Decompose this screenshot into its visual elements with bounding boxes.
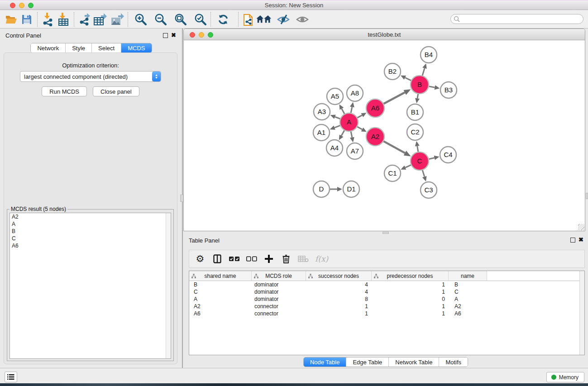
tab-motifs[interactable]: Motifs: [439, 357, 468, 367]
graph-edge-C-C2[interactable]: [417, 146, 418, 152]
cell-mcds_role[interactable]: dominator: [252, 295, 306, 303]
cell-predecessor[interactable]: 1: [372, 281, 449, 288]
close-panel-button[interactable]: Close panel: [93, 86, 139, 96]
graph-edge-A-A5[interactable]: [342, 109, 344, 114]
column-header-predecessor-nodes[interactable]: predecessor nodes: [372, 271, 449, 281]
cell-shared_name[interactable]: A6: [189, 310, 252, 317]
network-maximize-button[interactable]: [208, 32, 213, 38]
cell-successor[interactable]: 4: [306, 281, 372, 288]
table-row-A[interactable]: Adominator80A: [189, 295, 584, 303]
zoom-fit-icon[interactable]: [172, 12, 188, 27]
table-close-panel-icon[interactable]: ✖: [578, 236, 583, 243]
network-close-button[interactable]: [190, 32, 195, 38]
table-float-panel-icon[interactable]: [570, 238, 575, 243]
cell-mcds_role[interactable]: dominator: [252, 288, 306, 295]
column-header-shared-name[interactable]: shared name: [189, 271, 252, 281]
table-row-B[interactable]: Bdominator41B: [189, 281, 584, 288]
cell-name[interactable]: A2: [449, 303, 487, 310]
cell-predecessor[interactable]: 1: [372, 303, 449, 310]
tab-network-table[interactable]: Network Table: [389, 357, 439, 367]
open-file-icon[interactable]: [4, 12, 19, 27]
tab-network[interactable]: Network: [31, 43, 66, 52]
cell-predecessor[interactable]: 1: [372, 310, 449, 317]
graph-edge-A-A2[interactable]: [357, 127, 362, 129]
zoom-selected-icon[interactable]: [192, 12, 208, 27]
column-header-mcds-role[interactable]: MCDS role: [252, 271, 306, 281]
vertical-splitter[interactable]: [182, 29, 183, 368]
table-settings-icon[interactable]: ⚙: [195, 253, 206, 265]
hide-selected-icon[interactable]: [276, 12, 291, 27]
tab-edge-table[interactable]: Edge Table: [346, 357, 389, 367]
resize-grip-icon[interactable]: [578, 224, 584, 230]
export-network-icon[interactable]: [77, 12, 92, 27]
cell-mcds_role[interactable]: connector: [252, 303, 306, 310]
graph-edge-A-A8[interactable]: [351, 107, 352, 113]
float-panel-icon[interactable]: [163, 33, 168, 38]
mcds-result-item[interactable]: A: [10, 220, 171, 228]
cell-predecessor[interactable]: 1: [372, 288, 449, 295]
tab-mcds[interactable]: MCDS: [121, 43, 151, 52]
graph-edge-A-A7[interactable]: [351, 132, 352, 138]
table-row-A6[interactable]: A6connector11A6: [189, 310, 584, 317]
first-neighbors-icon[interactable]: [257, 12, 272, 27]
tab-node-table[interactable]: Node Table: [304, 357, 347, 367]
cell-successor[interactable]: 1: [306, 303, 372, 310]
cell-shared_name[interactable]: A: [189, 295, 252, 303]
unselect-all-icon[interactable]: [246, 253, 257, 265]
show-all-icon[interactable]: [295, 12, 310, 27]
graph-edge-A2-C[interactable]: [383, 141, 405, 153]
network-canvas[interactable]: B4B2BB3A5A8A6A3AB1A1A2C2A4A7C4CC1C3DD1: [184, 40, 585, 231]
mcds-result-item[interactable]: B: [10, 228, 171, 235]
zoom-in-icon[interactable]: [133, 12, 148, 27]
criterion-dropdown[interactable]: largest connected component (directed) ▲…: [20, 71, 161, 82]
cell-shared_name[interactable]: B: [189, 281, 252, 288]
add-column-icon[interactable]: [263, 253, 274, 265]
column-header-name[interactable]: name: [449, 271, 487, 281]
network-window-titlebar[interactable]: testGlobe.txt: [184, 29, 585, 40]
maximize-window-button[interactable]: [28, 3, 33, 8]
close-panel-icon[interactable]: ✖: [171, 32, 176, 38]
cell-mcds_role[interactable]: connector: [252, 310, 306, 317]
memory-button[interactable]: Memory: [546, 372, 584, 382]
mcds-result-item[interactable]: A6: [10, 242, 171, 249]
export-image-icon[interactable]: [110, 12, 125, 27]
column-visibility-icon[interactable]: [212, 253, 223, 265]
graph-edge-C-C1[interactable]: [405, 165, 411, 168]
task-history-button[interactable]: [5, 372, 17, 382]
search-box[interactable]: [450, 14, 583, 24]
graph-edge-B-B3[interactable]: [429, 86, 435, 87]
graph-edge-B-B4[interactable]: [422, 68, 425, 76]
right-splitter-handle[interactable]: [586, 193, 588, 199]
cell-mcds_role[interactable]: dominator: [252, 281, 306, 288]
cell-successor[interactable]: 4: [306, 288, 372, 295]
cell-shared_name[interactable]: C: [189, 288, 252, 295]
graph-edge-A-A3[interactable]: [335, 117, 340, 119]
tab-style[interactable]: Style: [66, 43, 92, 52]
delete-column-icon[interactable]: [281, 253, 292, 265]
import-table-icon[interactable]: [56, 12, 71, 27]
graph-edge-A6-B[interactable]: [384, 92, 405, 104]
graph-edge-C-C4[interactable]: [429, 158, 434, 159]
cell-name[interactable]: A6: [449, 310, 487, 317]
mcds-result-item[interactable]: A2: [10, 213, 171, 220]
horizontal-splitter-handle[interactable]: [382, 232, 389, 234]
run-mcds-button[interactable]: Run MCDS: [42, 86, 87, 96]
network-minimize-button[interactable]: [199, 32, 204, 38]
graph-edge-A-A1[interactable]: [335, 125, 340, 128]
export-table-icon[interactable]: [92, 12, 108, 27]
cell-successor[interactable]: 1: [306, 310, 372, 317]
graph-edge-C-C3[interactable]: [422, 170, 424, 176]
save-session-icon[interactable]: [19, 12, 34, 27]
zoom-out-icon[interactable]: [153, 12, 168, 27]
cell-name[interactable]: A: [449, 295, 487, 303]
mcds-result-item[interactable]: C: [10, 235, 171, 242]
cell-predecessor[interactable]: 0: [372, 295, 449, 303]
import-network-icon[interactable]: [40, 12, 56, 27]
cell-successor[interactable]: 8: [306, 295, 372, 303]
mcds-result-list[interactable]: A2ABCA6: [10, 213, 171, 359]
cell-name[interactable]: C: [449, 288, 487, 295]
graph-edge-B-B2[interactable]: [405, 77, 411, 80]
cell-shared_name[interactable]: A2: [189, 303, 252, 310]
table-scrollbar[interactable]: [579, 271, 584, 355]
search-input[interactable]: [460, 16, 583, 22]
